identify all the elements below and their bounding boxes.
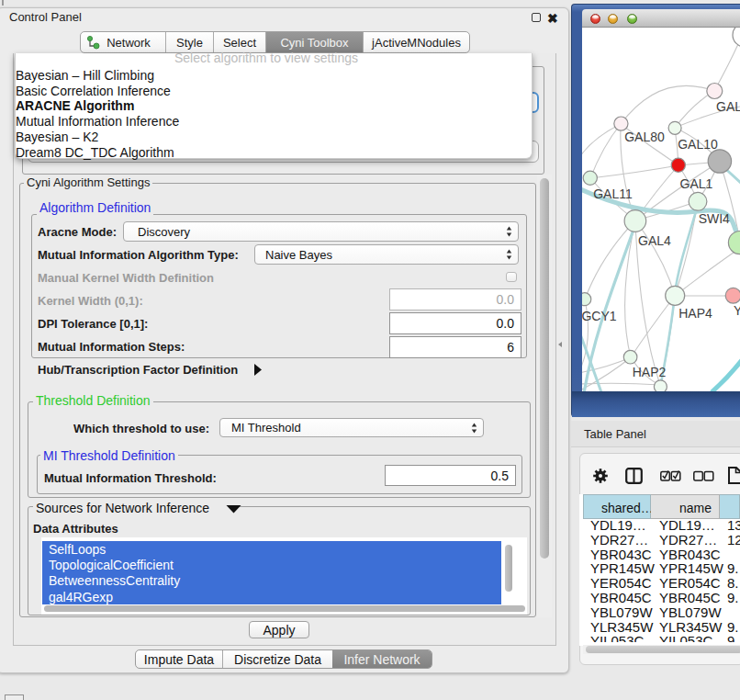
svg-text:Y: Y: [734, 303, 740, 318]
svg-text:SWI4: SWI4: [699, 211, 730, 226]
svg-text:GAL1: GAL1: [680, 176, 713, 191]
svg-text:HAP2: HAP2: [633, 365, 667, 379]
svg-text:GAL11: GAL11: [593, 186, 633, 201]
svg-text:HAP4: HAP4: [678, 306, 712, 321]
svg-text:GAL80: GAL80: [624, 130, 665, 144]
svg-text:GAL10: GAL10: [678, 137, 718, 152]
svg-text:GAL4: GAL4: [638, 233, 671, 248]
svg-text:GAL: GAL: [716, 99, 740, 114]
svg-text:GCY1: GCY1: [582, 309, 617, 323]
